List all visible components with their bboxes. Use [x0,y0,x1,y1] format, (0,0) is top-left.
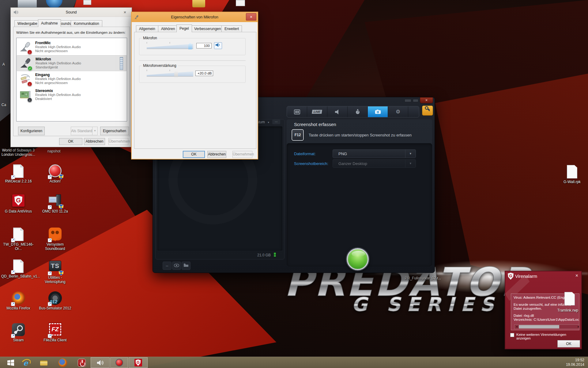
remove-item-button[interactable]: – [163,262,172,270]
action-recorder-taskbar-button[interactable] [110,357,128,368]
eye-icon [174,264,179,267]
desktop-icon-action[interactable]: ↗ Action! [38,164,72,183]
minimize-button[interactable] [413,99,418,102]
desktop-icon-gwall[interactable]: G-Wall.rpk [555,165,588,184]
open-folder-button[interactable] [182,262,190,270]
tab-allgemein[interactable]: Allgemein [136,25,158,32]
boost-slider[interactable] [147,70,193,78]
titlebar[interactable]: Sound × [11,8,132,17]
taskbar-clock[interactable]: 19:52 19.06.2014 [566,358,584,367]
boost-value[interactable]: +20.0 dB [195,71,213,76]
start-button[interactable] [4,357,18,368]
apply-button[interactable]: Übernehmen [232,151,252,158]
close-button[interactable]: × [246,13,256,21]
gdata-shield-icon: G [508,273,514,280]
desktop-icon-qd-berlin[interactable]: ↗ QD_Berlin_SBahn_v1... [1,259,36,278]
scroll-right-icon[interactable]: ► [577,325,579,329]
checkbox-label: Keine weiteren Virenmeldungen anzeigen [516,333,581,340]
tab-settings[interactable]: ⚙ [388,106,408,117]
level-value[interactable]: 100 [196,43,212,48]
hotkey-button[interactable]: F12 [292,129,304,141]
suppress-alerts-checkbox[interactable] [510,333,514,337]
file-format-dropdown[interactable]: PNG ▼ [333,149,416,158]
tab-kommunikation[interactable]: Kommunikation [71,20,102,27]
firefox-button[interactable] [56,357,70,368]
properties-button[interactable]: Eigenschaften [100,127,129,135]
pr-fullobjekte-label[interactable]: PR_Fullobjekte_02.r... [405,276,441,280]
close-button[interactable]: × [118,8,132,17]
tab-wiedergabe[interactable]: Wiedergabe [14,20,40,27]
tab-screenshot[interactable] [368,106,388,117]
close-button[interactable]: × [420,97,433,103]
tab-pegel[interactable]: Pegel [176,25,192,32]
cancel-button[interactable]: Abbrechen [207,151,226,158]
tab-live-streaming[interactable]: LIVE [307,106,327,117]
device-row-stereomix[interactable]: ↓ Stereomix Realtek High Definition Audi… [17,87,126,103]
screenshot-area-dropdown[interactable]: Ganzer Desktop ▼ [333,159,416,168]
preview-button[interactable] [172,262,181,270]
desktop-icon-utilities[interactable]: TS ↗ Utilities - Verknüpfung [38,259,72,284]
desktop-icon-rwdecal[interactable]: ↗ RWDecal 2.2.16 [1,164,36,183]
horizontal-scrollbar[interactable]: ◄ ► [514,324,579,329]
file-explorer-button[interactable] [37,357,51,368]
cancel-button[interactable]: Abbrechen [84,138,105,145]
pin-window-button[interactable] [405,99,411,102]
rca-cable-icon: ↓ [19,73,32,85]
desktop-icon-omc[interactable]: ↗ OMC 920 11.2a [38,194,72,213]
cut-off-icon[interactable] [46,0,62,8]
sound-window-taskbar-button[interactable] [91,357,110,368]
titlebar[interactable]: Eigenschaften von Mikrofon × [132,12,258,22]
scroll-left-icon[interactable]: ◄ [515,325,518,329]
desktop-icon-tramlink[interactable] [564,292,588,305]
desktop-icon-steam[interactable]: ↗ Steam [1,323,36,342]
desktop-icon-filezilla[interactable]: FZ ↗ FileZilla Client [38,323,72,342]
desktop-icon-firefox[interactable]: ↗ Mozilla Firefox [1,291,36,310]
ok-button[interactable]: OK [183,151,205,158]
device-list[interactable]: ↓ FrontMic Realtek High Definition Audio… [16,38,127,121]
desktop-icon-versystem[interactable]: ↗ Versystem Soundboard [38,228,72,251]
ok-button[interactable]: OK [557,340,580,347]
svg-text:e: e [23,358,28,367]
action-app-button[interactable] [75,357,89,368]
set-default-dropdown-button[interactable]: ▼ [92,127,98,135]
record-button[interactable] [347,248,369,270]
sort-by-date-header[interactable]: atum▼ [257,120,270,124]
mute-button[interactable] [214,42,222,49]
cut-off-icon[interactable] [192,0,205,7]
microphone-boost-group: Mikrofonverstärkung +20.0 dB [139,66,246,83]
desktop-icon-tw-dtg[interactable]: ↗ TW_DTG_ME146-Or... [1,228,36,251]
scrollbar-thumb[interactable] [519,325,559,328]
subways-icon-label[interactable]: World of Subways 3 London Undergrou... [0,148,37,157]
soundcard-icon: ↓ [19,89,32,101]
internet-explorer-button[interactable]: e [19,357,33,368]
cut-off-icon[interactable] [236,0,245,6]
dialog-title: Sound [11,10,132,14]
tab-abhoeren[interactable]: Abhören [158,25,178,32]
tab-benchmark[interactable] [348,106,368,117]
ok-button[interactable]: OK [59,138,82,145]
apply-button[interactable]: Übernehmen [108,138,128,145]
cut-off-icon[interactable] [18,0,37,8]
microphone-level-group: Mikrofon 100 [139,38,246,55]
close-button[interactable]: × [575,273,578,278]
set-default-button[interactable]: Als Standard [71,127,92,135]
tab-recordings[interactable] [287,106,307,117]
device-row-frontmic[interactable]: ↓ FrontMic Realtek High Definition Audio… [17,39,126,55]
license-key-button[interactable] [422,105,433,116]
tramlink-label[interactable]: Tramlink.rwp [557,308,578,312]
level-slider[interactable] [147,43,193,51]
device-row-eingang[interactable]: ↓ Eingang Realtek High Definition Audio … [17,71,126,87]
shortcut-arrow-icon: ↗ [48,334,52,338]
cut-off-icon[interactable] [83,0,91,5]
gdata-taskbar-button[interactable]: G [129,357,148,368]
desktop-icon-bus-simulator[interactable]: 012 ↗ Bus-Simulator 2012 [38,291,72,310]
tab-erweitert[interactable]: Erweitert [221,25,242,32]
configure-button[interactable]: Konfigurieren [18,127,45,135]
device-row-mikrofon[interactable]: ✓ Mikrofon Realtek High Definition Audio… [17,55,126,71]
desktop-icon-gdata-antivirus[interactable]: G G Data AntiVirus [1,194,36,213]
close-icon: × [250,14,252,19]
list-options-button[interactable]: ... [272,119,280,124]
tab-aufnahme[interactable]: Aufnahme [38,19,61,27]
tab-audio[interactable] [327,106,348,117]
tab-verbesserungen[interactable]: Verbesserungen [191,25,224,32]
